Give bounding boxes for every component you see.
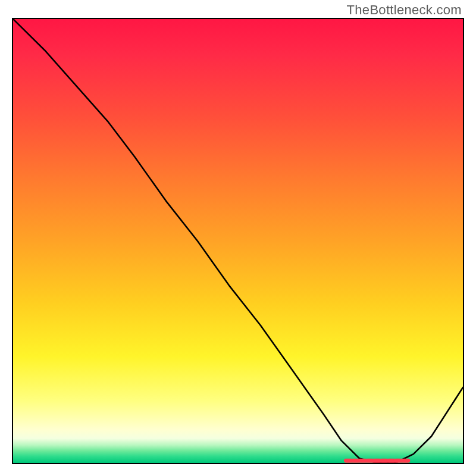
chart-container: TheBottleneck.com <box>0 0 476 476</box>
attribution-text: TheBottleneck.com <box>347 2 462 18</box>
plot-area <box>12 18 464 464</box>
chart-svg <box>13 19 463 463</box>
curve-line <box>13 19 463 463</box>
